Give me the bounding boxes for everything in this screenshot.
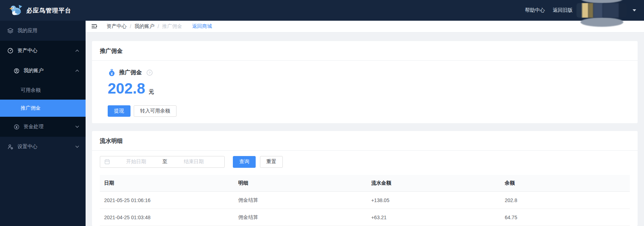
- breadcrumb-separator: /: [130, 24, 131, 29]
- sidebar-item-settings-center[interactable]: 设置中心: [0, 137, 86, 157]
- help-center-link[interactable]: 帮助中心: [525, 7, 545, 14]
- cell-detail: 佣金结算: [234, 192, 367, 209]
- sidebar-item-fund-processing[interactable]: 资金处理: [0, 117, 86, 137]
- commission-unit: 元: [149, 89, 154, 95]
- commission-stat-row: 推广佣金 ?: [108, 69, 622, 77]
- end-date-placeholder[interactable]: 结束日期: [168, 159, 220, 165]
- withdraw-button[interactable]: 提现: [108, 105, 131, 117]
- sidebar-item-label: 资产中心: [17, 47, 37, 54]
- col-header-amount: 流水金额: [367, 175, 500, 192]
- back-to-mall-link[interactable]: 返回商城: [192, 23, 212, 30]
- sidebar-item-label: 推广佣金: [21, 105, 41, 111]
- sidebar-item-my-apps[interactable]: 我的应用: [0, 21, 86, 41]
- topbar-right: 帮助中心 返回旧版: [517, 0, 636, 21]
- details-card-body: 开始日期 至 结束日期 查询 重置 日期 明细: [92, 151, 638, 226]
- purse-icon: [108, 69, 116, 77]
- commission-stat-label: 推广佣金: [119, 69, 142, 76]
- sidebar-group-asset-center: 资产中心 我的账户 可用余额 推广佣金: [0, 41, 86, 137]
- col-header-date: 日期: [100, 175, 234, 192]
- sidebar-item-promotion-commission[interactable]: 推广佣金: [0, 100, 86, 117]
- table-header-row: 日期 明细 流水金额 余额: [100, 175, 630, 192]
- calendar-icon: [104, 159, 110, 165]
- col-header-balance: 余额: [500, 175, 630, 192]
- transactions-table: 日期 明细 流水金额 余额 2021-05-25 01:06:16 佣金结算: [100, 175, 630, 226]
- chevron-down-icon: [75, 125, 79, 128]
- back-old-version-link[interactable]: 返回旧版: [553, 7, 573, 14]
- commission-card-body: 推广佣金 ? 202.8 元 提现 转入可用余额: [92, 61, 638, 123]
- yen-circle-icon: [14, 124, 20, 130]
- commission-buttons: 提现 转入可用余额: [108, 105, 622, 117]
- cell-date: 2021-04-25 01:03:48: [100, 209, 234, 226]
- col-header-detail: 明细: [234, 175, 367, 192]
- commission-amount: 202.8: [108, 81, 145, 96]
- chevron-up-icon: [75, 69, 79, 72]
- bird-logo-icon: [9, 4, 23, 16]
- app-title: 必应鸟管理平台: [26, 6, 71, 15]
- cell-amount: +138.05: [367, 192, 500, 209]
- date-range-picker[interactable]: 开始日期 至 结束日期: [100, 156, 225, 168]
- sidebar-item-label: 设置中心: [17, 144, 37, 150]
- query-button[interactable]: 查询: [233, 156, 256, 168]
- transfer-to-balance-button[interactable]: 转入可用余额: [134, 105, 177, 117]
- table-row: 2021-04-25 01:03:48 佣金结算 +63.21 64.75: [100, 209, 630, 226]
- sidebar-item-label: 可用余额: [21, 87, 41, 94]
- start-date-placeholder[interactable]: 开始日期: [110, 159, 163, 165]
- brand: 必应鸟管理平台: [9, 4, 71, 16]
- content-area: 资产中心 / 我的账户 / 推广佣金 返回商城 推广佣金: [86, 21, 644, 226]
- breadcrumb-asset-center[interactable]: 资产中心: [107, 23, 127, 30]
- chevron-down-icon: [75, 145, 79, 148]
- sidebar-item-my-account[interactable]: 我的账户: [0, 61, 86, 81]
- table-row: 2021-05-25 01:06:16 佣金结算 +138.05 202.8: [100, 192, 630, 209]
- breadcrumb-separator: /: [158, 24, 159, 29]
- user-gear-icon: [7, 144, 14, 150]
- user-menu-caret-icon[interactable]: [633, 9, 636, 11]
- user-circle-icon: [14, 68, 20, 74]
- sidebar-item-asset-center[interactable]: 资产中心: [0, 41, 86, 61]
- dashboard-icon: [7, 47, 14, 54]
- app-root: 必应鸟管理平台 帮助中心 返回旧版: [0, 0, 644, 226]
- reset-button[interactable]: 重置: [260, 156, 283, 168]
- user-account-blurred[interactable]: [576, 0, 630, 21]
- chevron-up-icon: [75, 49, 79, 52]
- blur-arc: [581, 17, 623, 27]
- sidebar-item-label: 我的应用: [17, 27, 37, 34]
- breadcrumb: 资产中心 / 我的账户 / 推广佣金 返回商城: [86, 21, 644, 32]
- page-body: 推广佣金 推广佣金 ?: [86, 32, 644, 226]
- commission-card-title: 推广佣金: [92, 41, 638, 61]
- user-avatar-name-mosaic[interactable]: [576, 3, 627, 18]
- commission-amount-row: 202.8 元: [108, 81, 622, 96]
- question-circle-icon[interactable]: ?: [147, 70, 153, 76]
- top-header: 必应鸟管理平台 帮助中心 返回旧版: [0, 0, 644, 21]
- sidebar-item-label: 资金处理: [24, 124, 44, 130]
- date-range-separator: 至: [163, 159, 168, 165]
- svg-text:?: ?: [149, 70, 151, 74]
- breadcrumb-my-account[interactable]: 我的账户: [134, 23, 154, 30]
- cell-date: 2021-05-25 01:06:16: [100, 192, 234, 209]
- commission-card: 推广佣金 推广佣金 ?: [92, 41, 638, 123]
- layers-icon: [7, 27, 14, 34]
- cell-detail: 佣金结算: [234, 209, 367, 226]
- menu-fold-icon[interactable]: [91, 24, 97, 29]
- breadcrumb-current: 推广佣金: [162, 23, 182, 30]
- cell-amount: +63.21: [367, 209, 500, 226]
- cell-balance: 202.8: [500, 192, 630, 209]
- sidebar: 我的应用 资产中心: [0, 21, 86, 226]
- main-layout: 我的应用 资产中心: [0, 21, 644, 226]
- sidebar-item-available-balance[interactable]: 可用余额: [0, 81, 86, 100]
- details-card: 流水明细 开始日期 至: [92, 131, 638, 226]
- sidebar-item-label: 我的账户: [24, 67, 44, 74]
- details-card-title: 流水明细: [92, 131, 638, 151]
- filter-row: 开始日期 至 结束日期 查询 重置: [100, 156, 630, 168]
- cell-balance: 64.75: [500, 209, 630, 226]
